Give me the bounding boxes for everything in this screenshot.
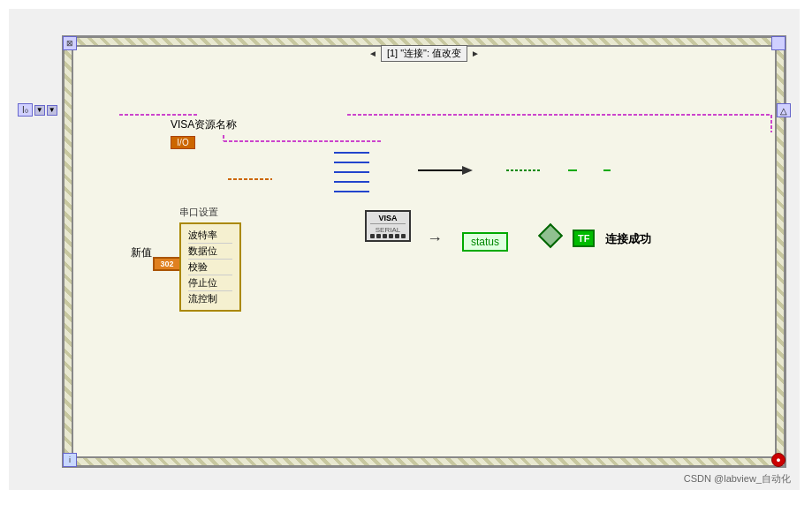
right-arrow-icon[interactable]: ► bbox=[471, 49, 480, 58]
dropdown-arrow2[interactable]: ▼ bbox=[47, 105, 57, 116]
loop-corner-bl: i bbox=[63, 453, 77, 467]
event-label: [1] "连接": 值改变 bbox=[381, 45, 467, 62]
loop-inner: ◄ [1] "连接": 值改变 ► bbox=[72, 45, 777, 458]
loop-corner-tr bbox=[771, 36, 785, 50]
dot6 bbox=[401, 234, 406, 238]
serial-settings-block: 串口设置 波特率 数据位 校验 停止位 流控制 bbox=[179, 206, 241, 312]
orange-value-box[interactable]: 302 bbox=[153, 257, 181, 271]
visa-serial-block: VISA SERIAL bbox=[365, 210, 411, 242]
dropdown-arrow1[interactable]: ▼ bbox=[34, 105, 45, 116]
io-indicator[interactable]: I/O bbox=[171, 136, 195, 149]
loop-corner-br: ● bbox=[771, 453, 785, 467]
while-loop-frame: ◄ [1] "连接": 值改变 ► bbox=[62, 35, 786, 468]
event-bar: ◄ [1] "连接": 值改变 ► bbox=[368, 45, 480, 62]
watermark: CSDN @labview_自动化 bbox=[684, 472, 791, 486]
up-arrow-box[interactable]: △ bbox=[777, 103, 791, 117]
right-connector[interactable]: △ bbox=[777, 103, 791, 117]
dot2 bbox=[376, 234, 381, 238]
visa-serial-subtitle: SERIAL bbox=[370, 226, 406, 234]
visa-resource-section: VISA资源名称 I/O bbox=[171, 117, 237, 149]
io-box: I₀ bbox=[18, 103, 33, 117]
data-bits-item: 数据位 bbox=[188, 244, 232, 260]
baud-rate-item: 波特率 bbox=[188, 228, 232, 244]
orange-value-text: 302 bbox=[160, 260, 173, 268]
parity-item: 校验 bbox=[188, 260, 232, 275]
visa-resource-label: VISA资源名称 bbox=[171, 117, 237, 132]
new-value-label: 新值 bbox=[131, 245, 152, 260]
tf-box: TF bbox=[573, 230, 595, 247]
tf-label: TF bbox=[578, 233, 589, 244]
stop-bits-item: 停止位 bbox=[188, 275, 232, 291]
dot4 bbox=[389, 234, 393, 238]
status-box: status bbox=[462, 232, 508, 252]
diamond-shape bbox=[538, 223, 563, 248]
visa-serial-dots bbox=[370, 234, 406, 238]
visa-serial-inner: VISA SERIAL bbox=[365, 210, 411, 242]
dot3 bbox=[383, 234, 387, 238]
left-io-connector[interactable]: I₀ ▼ ▼ bbox=[18, 103, 57, 117]
loop-corner-tl: ⊠ bbox=[63, 36, 77, 50]
main-canvas: ◄ [1] "连接": 值改变 ► bbox=[9, 9, 800, 490]
dot1 bbox=[370, 234, 375, 238]
serial-settings-label: 串口设置 bbox=[179, 206, 241, 219]
left-arrow-icon[interactable]: ◄ bbox=[368, 49, 377, 58]
dot5 bbox=[395, 234, 399, 238]
io-label: I₀ bbox=[22, 105, 28, 115]
serial-settings-box: 波特率 数据位 校验 停止位 流控制 bbox=[179, 222, 241, 312]
success-label: 连接成功 bbox=[605, 231, 651, 247]
svg-marker-10 bbox=[462, 166, 473, 175]
visa-serial-title: VISA bbox=[370, 214, 406, 224]
flow-control-item: 流控制 bbox=[188, 291, 232, 306]
status-label: status bbox=[471, 236, 499, 248]
flow-arrow: → bbox=[427, 230, 443, 248]
